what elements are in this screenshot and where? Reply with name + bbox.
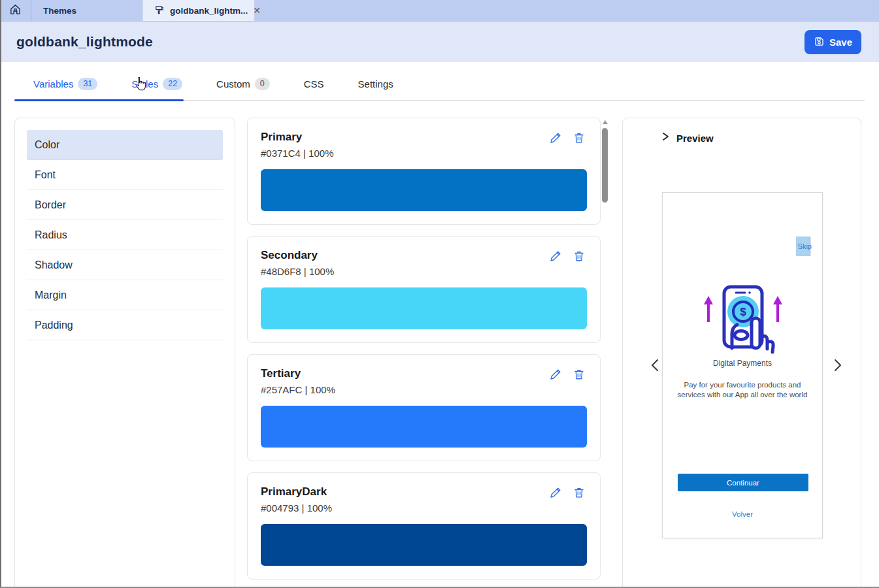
arrow-up-icon bbox=[704, 296, 713, 322]
back-link[interactable]: Volver bbox=[663, 510, 822, 518]
home-icon bbox=[9, 3, 22, 18]
window-left-border bbox=[0, 0, 1, 588]
style-categories-panel: Color Font Border Radius Shadow Margin P… bbox=[14, 118, 235, 588]
color-name: PrimaryDark bbox=[261, 485, 587, 499]
tab-custom-count: 0 bbox=[255, 78, 270, 90]
window-tabstrip: Themes goldbank_lightm... ✕ bbox=[0, 0, 879, 22]
scrollbar-thumb[interactable] bbox=[602, 128, 608, 203]
page-title: goldbank_lightmode bbox=[16, 34, 153, 50]
tab-styles-count: 22 bbox=[163, 78, 182, 90]
sidebar-item-radius[interactable]: Radius bbox=[27, 220, 223, 250]
tab-css-label: CSS bbox=[304, 78, 324, 90]
preview-panel: Preview Skip bbox=[622, 118, 861, 588]
color-card-primarydark: PrimaryDark #004793 | 100% bbox=[247, 472, 601, 580]
edit-icon[interactable] bbox=[549, 131, 562, 144]
paint-icon bbox=[154, 5, 165, 17]
tab-css[interactable]: CSS bbox=[304, 78, 324, 90]
tab-styles[interactable]: Styles 22 bbox=[131, 78, 182, 90]
color-card-tertiary: Tertiary #257AFC | 100% bbox=[247, 354, 601, 461]
save-button[interactable]: Save bbox=[804, 30, 861, 54]
color-name: Tertiary bbox=[261, 367, 587, 381]
sidebar-item-label: Font bbox=[35, 169, 56, 181]
carousel-next-button[interactable] bbox=[830, 357, 846, 374]
tab-settings-label: Settings bbox=[358, 78, 393, 90]
color-name: Secondary bbox=[261, 248, 587, 263]
sidebar-item-shadow[interactable]: Shadow bbox=[27, 250, 223, 280]
delete-icon[interactable] bbox=[572, 486, 586, 499]
color-value: #004793 | 100% bbox=[261, 502, 587, 515]
delete-icon[interactable] bbox=[572, 131, 586, 144]
illustration-caption: Digital Payments bbox=[663, 359, 822, 368]
tab-themes[interactable]: Themes bbox=[31, 0, 142, 21]
color-card-secondary: Secondary #48D6F8 | 100% bbox=[247, 236, 601, 343]
tab-variables-count: 31 bbox=[78, 78, 97, 90]
close-icon[interactable]: ✕ bbox=[253, 6, 261, 15]
tab-settings[interactable]: Settings bbox=[358, 78, 393, 90]
sidebar-item-font[interactable]: Font bbox=[27, 160, 223, 190]
scroll-up-arrow-icon[interactable] bbox=[603, 120, 608, 124]
floppy-icon bbox=[814, 36, 825, 49]
skip-link[interactable]: Skip bbox=[798, 242, 812, 250]
edit-icon[interactable] bbox=[549, 250, 562, 263]
color-value: #0371C4 | 100% bbox=[261, 147, 587, 160]
digital-payments-illustration: $ bbox=[694, 284, 792, 362]
nav-tabs-row: Variables 31 Styles 22 Custom 0 CSS Sett… bbox=[0, 71, 879, 101]
tab-styles-label: Styles bbox=[131, 78, 158, 90]
illustration-description: Pay for your favourite products and serv… bbox=[673, 380, 812, 400]
app-window: Themes goldbank_lightm... ✕ goldbank_lig… bbox=[0, 0, 879, 588]
skip-label: Skip bbox=[798, 242, 812, 250]
tab-custom[interactable]: Custom 0 bbox=[216, 78, 270, 90]
delete-icon[interactable] bbox=[572, 250, 586, 263]
delete-icon[interactable] bbox=[572, 368, 586, 381]
tab-themes-label: Themes bbox=[43, 6, 76, 16]
arrow-up-icon bbox=[773, 296, 782, 322]
tab-goldbank-lightmode[interactable]: goldbank_lightm... ✕ bbox=[142, 0, 255, 21]
cards-scrollbar[interactable] bbox=[601, 118, 609, 588]
tab-variables[interactable]: Variables 31 bbox=[33, 78, 97, 90]
color-swatch[interactable] bbox=[261, 287, 587, 329]
home-button[interactable] bbox=[0, 0, 31, 21]
active-tab-indicator bbox=[14, 99, 184, 101]
sidebar-item-border[interactable]: Border bbox=[27, 190, 223, 220]
color-value: #48D6F8 | 100% bbox=[261, 265, 587, 278]
color-card-primary: Primary #0371C4 | 100% bbox=[247, 118, 601, 225]
color-styles-list: Primary #0371C4 | 100% Secondary #48D6F8… bbox=[247, 118, 601, 588]
sidebar-item-padding[interactable]: Padding bbox=[27, 310, 223, 340]
continue-button[interactable]: Continuar bbox=[678, 474, 808, 491]
sidebar-item-label: Radius bbox=[35, 229, 67, 241]
color-value: #257AFC | 100% bbox=[261, 384, 587, 397]
preview-phone-mockup: Skip bbox=[662, 192, 823, 538]
chevron-right-icon bbox=[661, 132, 670, 144]
sidebar-item-label: Padding bbox=[35, 319, 73, 331]
color-swatch[interactable] bbox=[261, 406, 587, 448]
sidebar-item-margin[interactable]: Margin bbox=[27, 280, 223, 310]
preview-title: Preview bbox=[676, 133, 714, 144]
edit-icon[interactable] bbox=[549, 368, 562, 381]
edit-icon[interactable] bbox=[549, 486, 562, 499]
save-button-label: Save bbox=[829, 37, 852, 48]
sidebar-item-label: Margin bbox=[35, 289, 67, 301]
color-swatch[interactable] bbox=[261, 169, 587, 211]
sidebar-item-label: Shadow bbox=[35, 259, 73, 271]
sidebar-item-label: Border bbox=[35, 199, 66, 211]
color-name: Primary bbox=[261, 130, 587, 144]
svg-text:$: $ bbox=[740, 306, 746, 318]
color-swatch[interactable] bbox=[261, 524, 587, 566]
carousel-prev-button[interactable] bbox=[647, 357, 663, 374]
tab-goldbank-label: goldbank_lightm... bbox=[170, 6, 248, 16]
tab-custom-label: Custom bbox=[216, 78, 250, 90]
tab-variables-label: Variables bbox=[33, 78, 73, 90]
preview-toggle[interactable]: Preview bbox=[661, 132, 714, 144]
sidebar-item-label: Color bbox=[35, 139, 59, 151]
page-header: goldbank_lightmode Save bbox=[0, 22, 879, 62]
sidebar-item-color[interactable]: Color bbox=[27, 130, 223, 160]
